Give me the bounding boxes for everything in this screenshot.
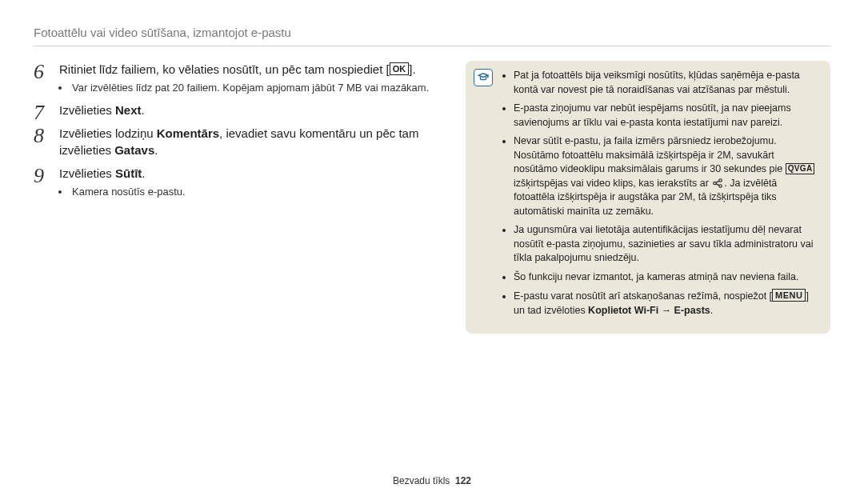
- notes-column: Pat ja fotoattēls bija veiksmīgi nosūtīt…: [466, 61, 830, 468]
- note-3-a: Nevar sūtīt e-pastu, ja faila izmērs pār…: [514, 135, 786, 174]
- note-box: Pat ja fotoattēls bija veiksmīgi nosūtīt…: [466, 61, 830, 334]
- step-9-text-a: Izvēlieties: [59, 166, 115, 180]
- footer-page-number: 122: [455, 475, 471, 486]
- svg-point-0: [714, 182, 717, 185]
- step-6-text-b: ].: [409, 62, 415, 76]
- footer-section: Bezvadu tīkls: [393, 475, 450, 486]
- note-3: Nevar sūtīt e-pastu, ja faila izmērs pār…: [514, 134, 818, 218]
- note-5: Šo funkciju nevar izmantot, ja kameras a…: [514, 270, 818, 285]
- step-8: 8 Izvēlieties lodziņu Komentārs, ievadie…: [34, 125, 442, 158]
- note-6-bold: Koplietot Wi-Fi → E-pasts: [588, 305, 710, 316]
- step-9: 9 Izvēlieties Sūtīt. Kamera nosūtīs e-pa…: [34, 165, 442, 199]
- content-columns: 6 Ritiniet līdz failiem, ko vēlaties nos…: [34, 61, 830, 468]
- step-7-bold: Next: [115, 103, 142, 117]
- svg-point-1: [719, 178, 722, 182]
- step-6-text-a: Ritiniet līdz failiem, ko vēlaties nosūt…: [59, 62, 390, 76]
- note-1: Pat ja fotoattēls bija veiksmīgi nosūtīt…: [514, 69, 818, 97]
- page-footer: Bezvadu tīkls 122: [34, 474, 830, 488]
- step-8-text-c: .: [154, 143, 158, 157]
- qvga-icon: QVGA: [786, 163, 815, 174]
- share-icon: [712, 178, 723, 189]
- step-7-text-b: .: [142, 103, 145, 117]
- note-4: Ja ugunsmūra vai lietotāja autentifikāci…: [514, 223, 818, 266]
- step-8-number: 8: [34, 122, 44, 150]
- note-3-b: izšķirtspējas vai video klips, kas ierak…: [514, 178, 711, 189]
- step-7: 7 Izvēlieties Next.: [34, 102, 442, 118]
- step-8-bold-b: Gatavs: [114, 143, 154, 157]
- step-7-text-a: Izvēlieties: [59, 103, 115, 117]
- step-8-bold-a: Komentārs: [157, 126, 219, 140]
- step-9-bullet: Kamera nosūtīs e-pastu.: [70, 185, 442, 199]
- steps-column: 6 Ritiniet līdz failiem, ko vēlaties nos…: [34, 61, 442, 468]
- note-6: E-pastu varat nosūtīt arī atskaņošanas r…: [514, 289, 818, 318]
- page-header: Fotoattēlu vai video sūtīšana, izmantojo…: [34, 24, 830, 46]
- note-6-a: E-pastu varat nosūtīt arī atskaņošanas r…: [514, 290, 772, 302]
- note-icon: [474, 69, 493, 86]
- step-8-text-a: Izvēlieties lodziņu: [59, 126, 157, 140]
- step-6-bullet: Var izvēlēties līdz pat 20 failiem. Kopē…: [70, 81, 442, 95]
- step-9-bold: Sūtīt: [115, 166, 142, 180]
- ok-icon: OK: [390, 62, 410, 75]
- step-6-number: 6: [34, 58, 44, 86]
- svg-point-2: [719, 184, 722, 187]
- note-6-c: .: [710, 305, 713, 316]
- menu-icon: MENU: [772, 289, 806, 302]
- document-page: Fotoattēlu vai video sūtīšana, izmantojo…: [0, 0, 864, 504]
- step-9-number: 9: [34, 162, 44, 190]
- step-9-text-b: .: [142, 166, 145, 180]
- note-2: E-pasta ziņojumu var nebūt iespējams nos…: [514, 102, 818, 130]
- step-6: 6 Ritiniet līdz failiem, ko vēlaties nos…: [34, 61, 442, 95]
